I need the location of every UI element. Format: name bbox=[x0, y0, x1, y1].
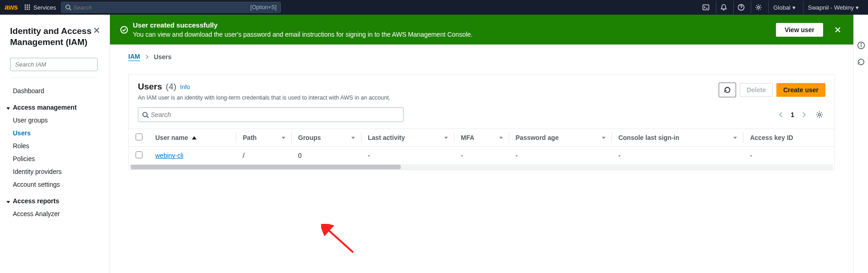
column-select-all bbox=[129, 129, 149, 147]
svg-point-21 bbox=[143, 112, 147, 116]
svg-point-9 bbox=[66, 5, 70, 9]
info-icon bbox=[857, 41, 865, 50]
sidebar-item-roles[interactable]: Roles bbox=[5, 139, 103, 152]
svg-line-22 bbox=[147, 116, 148, 118]
column-groups[interactable]: Groups bbox=[292, 129, 361, 147]
refresh-icon bbox=[857, 58, 865, 66]
sort-icon bbox=[733, 137, 737, 139]
chevron-right-icon bbox=[145, 55, 149, 59]
page-prev-button[interactable] bbox=[777, 110, 785, 120]
cell-console-sign-in: - bbox=[612, 147, 744, 165]
panel-count: (4) bbox=[166, 82, 176, 92]
svg-point-23 bbox=[819, 114, 821, 116]
svg-rect-3 bbox=[25, 6, 26, 8]
column-access-key-id[interactable]: Access key ID bbox=[743, 129, 835, 147]
flash-description: You can view and download the user's pas… bbox=[133, 31, 776, 38]
grid-icon bbox=[24, 4, 31, 11]
flash-close-button[interactable] bbox=[832, 24, 843, 35]
svg-rect-1 bbox=[27, 5, 28, 6]
users-table: User name Path Groups Last activity MFA … bbox=[129, 128, 835, 165]
close-icon bbox=[93, 27, 100, 34]
svg-rect-5 bbox=[28, 6, 30, 8]
svg-rect-7 bbox=[27, 9, 28, 10]
sidebar-search bbox=[10, 58, 98, 71]
svg-rect-8 bbox=[28, 9, 30, 10]
breadcrumb-root-link[interactable]: IAM bbox=[128, 53, 140, 61]
svg-line-10 bbox=[69, 9, 71, 11]
column-last-activity[interactable]: Last activity bbox=[361, 129, 454, 147]
table-search-input[interactable] bbox=[149, 110, 399, 119]
sidebar-item-user-groups[interactable]: User groups bbox=[5, 114, 103, 127]
cloudshell-button[interactable] bbox=[699, 1, 713, 14]
search-shortcut-hint: [Option+S] bbox=[251, 4, 277, 11]
svg-rect-11 bbox=[703, 5, 709, 10]
sidebar-section-access-management[interactable]: Access management bbox=[5, 97, 103, 114]
page-next-button[interactable] bbox=[800, 110, 808, 120]
svg-line-24 bbox=[327, 228, 353, 252]
sidebar-item-users[interactable]: Users bbox=[5, 127, 103, 139]
sort-icon bbox=[282, 137, 285, 139]
create-user-button[interactable]: Create user bbox=[776, 83, 825, 97]
info-panel-toggle[interactable] bbox=[857, 41, 865, 50]
help-button[interactable] bbox=[733, 1, 748, 14]
sidebar-nav: Dashboard Access management User groups … bbox=[2, 84, 106, 220]
services-menu[interactable]: Services bbox=[24, 4, 56, 11]
select-all-checkbox[interactable] bbox=[136, 134, 142, 140]
sort-icon bbox=[602, 137, 606, 139]
user-name-link[interactable]: webiny-cli bbox=[155, 152, 183, 159]
sidebar-search-input[interactable] bbox=[13, 60, 94, 69]
delete-button[interactable]: Delete bbox=[740, 83, 773, 97]
column-user-name[interactable]: User name bbox=[149, 129, 236, 147]
sidebar-title: Identity and Access Management (IAM) bbox=[10, 26, 93, 48]
rail-refresh-button[interactable] bbox=[857, 58, 865, 66]
caret-down-icon: ▾ bbox=[792, 4, 796, 11]
column-mfa[interactable]: MFA bbox=[454, 129, 509, 147]
page-layout: Identity and Access Management (IAM) Das… bbox=[0, 15, 868, 273]
sidebar-item-account-settings[interactable]: Account settings bbox=[5, 178, 103, 191]
global-search[interactable]: [Option+S] bbox=[61, 2, 281, 13]
table-search[interactable] bbox=[138, 107, 404, 122]
refresh-button[interactable] bbox=[719, 83, 736, 97]
search-icon bbox=[142, 111, 149, 118]
sort-icon bbox=[351, 137, 355, 139]
region-selector[interactable]: Global▾ bbox=[768, 1, 800, 14]
sidebar-item-policies[interactable]: Policies bbox=[5, 152, 103, 165]
svg-rect-0 bbox=[25, 5, 26, 6]
table-row: webiny-cli / 0 - - - - - bbox=[129, 147, 835, 165]
row-select-checkbox[interactable] bbox=[136, 151, 142, 158]
sidebar-item-access-analyzer[interactable]: Access Analyzer bbox=[5, 207, 103, 220]
breadcrumb: IAM Users bbox=[110, 45, 853, 65]
divider bbox=[10, 78, 98, 78]
svg-rect-4 bbox=[27, 6, 28, 8]
column-path[interactable]: Path bbox=[236, 129, 292, 147]
view-user-button[interactable]: View user bbox=[776, 23, 823, 37]
svg-rect-2 bbox=[28, 5, 30, 6]
sort-icon bbox=[444, 137, 448, 139]
panel-subtitle: An IAM user is an identity with long-ter… bbox=[138, 95, 719, 101]
sidebar-item-dashboard[interactable]: Dashboard bbox=[5, 84, 103, 97]
account-menu[interactable]: Swapnil - Webiny▾ bbox=[803, 1, 863, 14]
column-password-age[interactable]: Password age bbox=[509, 129, 612, 147]
sidebar-section-access-reports[interactable]: Access reports bbox=[5, 191, 103, 207]
info-link[interactable]: Info bbox=[180, 84, 190, 90]
notifications-button[interactable] bbox=[716, 1, 731, 14]
refresh-icon bbox=[724, 86, 731, 94]
users-table-wrap: User name Path Groups Last activity MFA … bbox=[129, 128, 835, 169]
cell-last-activity: - bbox=[361, 147, 454, 165]
settings-button[interactable] bbox=[751, 1, 765, 14]
cell-password-age: - bbox=[509, 147, 612, 165]
sidebar-item-identity-providers[interactable]: Identity providers bbox=[5, 165, 103, 178]
caret-down-icon bbox=[6, 104, 10, 111]
pagination: 1 bbox=[777, 109, 825, 121]
horizontal-scrollbar[interactable] bbox=[131, 165, 833, 169]
services-label: Services bbox=[33, 4, 56, 11]
column-console-sign-in[interactable]: Console last sign-in bbox=[612, 129, 744, 147]
sort-icon bbox=[499, 137, 503, 139]
sidebar: Identity and Access Management (IAM) Das… bbox=[0, 15, 110, 273]
table-preferences-button[interactable] bbox=[813, 109, 825, 121]
close-sidebar-button[interactable] bbox=[93, 27, 100, 34]
top-nav-right: Global▾ Swapnil - Webiny▾ bbox=[699, 1, 863, 14]
global-search-input[interactable] bbox=[71, 3, 251, 12]
aws-logo[interactable]: aws bbox=[5, 3, 18, 11]
users-panel: Users (4) Info An IAM user is an identit… bbox=[128, 74, 835, 170]
